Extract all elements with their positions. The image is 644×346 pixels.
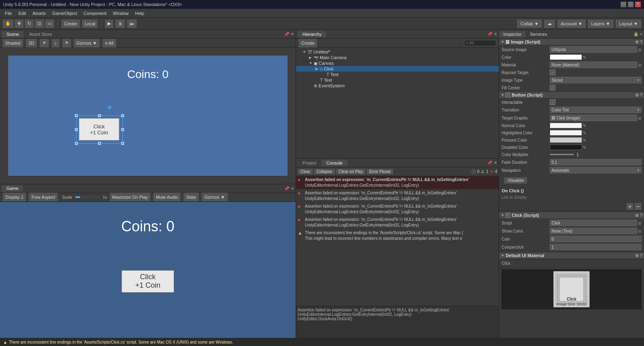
stats-btn[interactable]: Stats — [183, 193, 199, 202]
material-edit[interactable]: ◎ — [638, 63, 642, 67]
hier-item-eventsystem[interactable]: ⚙ EventSystem — [296, 83, 499, 89]
material-help-icon[interactable]: ? — [640, 253, 642, 258]
hier-arrow[interactable]: ▼ — [302, 50, 307, 54]
hier-item-text1[interactable]: T Text — [296, 72, 499, 77]
hier-arrow[interactable]: ▼ — [309, 61, 314, 65]
rotate-tool[interactable]: ↻ — [25, 19, 34, 28]
tab-hierarchy[interactable]: Hierarchy — [298, 31, 327, 37]
scene-panel-close[interactable]: ✕ — [291, 32, 294, 36]
menu-help[interactable]: Help — [132, 10, 147, 16]
handle-br[interactable] — [121, 142, 124, 145]
hierarchy-create-btn[interactable]: Create — [298, 39, 317, 47]
highlighted-color-swatch[interactable] — [550, 130, 582, 136]
display-dropdown[interactable]: Display 1 — [2, 193, 26, 202]
play-button[interactable]: ▶ — [105, 19, 114, 28]
source-image-field[interactable]: UISprite — [550, 46, 637, 53]
pressed-color-swatch[interactable] — [550, 137, 582, 143]
gizmos-dropdown[interactable]: Gizmos ▼ — [74, 39, 100, 47]
coin-field[interactable]: 0 — [550, 236, 642, 242]
handle-tl[interactable] — [75, 114, 78, 117]
source-image-edit[interactable]: ◎ — [638, 47, 642, 52]
handle-tr[interactable] — [121, 114, 124, 117]
audio-toggle[interactable]: ♪ — [52, 39, 60, 47]
raycast-checkbox[interactable]: ✓ — [550, 70, 555, 75]
disabled-color-swatch[interactable] — [550, 144, 582, 150]
disabled-edit[interactable]: ✎ — [583, 145, 586, 150]
step-button[interactable]: ⏭ — [127, 19, 137, 28]
game-panel-pin[interactable]: 📌 — [284, 186, 289, 191]
button-settings-icon[interactable]: ⚙ — [635, 93, 639, 97]
scale-slider[interactable] — [75, 196, 99, 198]
console-entry-1[interactable]: ● Assertion failed on expression: 'm_Cur… — [296, 189, 499, 203]
highlighted-edit[interactable]: ✎ — [583, 131, 586, 135]
hierarchy-search-input[interactable] — [464, 40, 496, 46]
target-graphic-field[interactable]: 🖼 Click (Image) — [550, 115, 637, 121]
click-settings-icon[interactable]: ⚙ — [635, 213, 639, 218]
fill-center-checkbox[interactable]: ✓ — [550, 85, 555, 91]
script-edit[interactable]: ◎ — [638, 221, 642, 225]
click-script-header[interactable]: ▼ ✓ Click (Script) ⚙ ? — [499, 212, 644, 219]
coinperclick-field[interactable]: 1 — [550, 244, 642, 250]
rect-tool[interactable]: ▭ — [45, 19, 54, 28]
maximize-btn[interactable]: □ — [628, 2, 634, 7]
hier-item-untitled[interactable]: ▼ 🎬 Untitled* — [296, 49, 499, 55]
menu-assets[interactable]: Assets — [29, 10, 49, 16]
menu-gameobject[interactable]: GameObject — [49, 10, 81, 16]
layers-button[interactable]: Layers ▼ — [588, 19, 614, 28]
tab-inspector[interactable]: Inspector — [499, 31, 526, 37]
fade-duration-field[interactable]: 0.1 — [550, 159, 642, 165]
console-pin[interactable]: 📌 — [487, 161, 492, 165]
pause-button[interactable]: ⏸ — [115, 19, 125, 28]
color-swatch[interactable] — [550, 54, 582, 60]
inspector-pin[interactable]: ≡ — [640, 32, 642, 36]
default-ui-material-header[interactable]: ▼ Default UI Material ⚙ ? — [499, 252, 644, 259]
handle-bm[interactable] — [98, 142, 101, 145]
button-help-icon[interactable]: ? — [640, 93, 642, 97]
target-graphic-edit[interactable]: ◎ — [638, 116, 642, 120]
lighting-toggle[interactable]: ☀ — [39, 39, 49, 47]
tab-game[interactable]: Game — [2, 185, 24, 192]
scene-canvas[interactable]: Coins: 0 Click +1 Coin — [0, 47, 296, 184]
maximize-on-play[interactable]: Maximize On Play — [110, 193, 151, 202]
pressed-edit[interactable]: ✎ — [583, 138, 586, 142]
image-type-dropdown[interactable]: Sliced ▼ — [550, 77, 642, 83]
mute-audio[interactable]: Mute Audio — [153, 193, 181, 202]
hand-tool[interactable]: ✋ — [2, 19, 14, 28]
transition-dropdown[interactable]: Color Tint ▼ — [550, 107, 642, 113]
show-coins-field[interactable]: None (Text) — [550, 228, 637, 234]
minimize-btn[interactable]: — — [621, 2, 626, 7]
collapse-btn[interactable]: Collapse — [314, 169, 335, 175]
button-enable-check[interactable]: ✓ — [505, 93, 510, 97]
console-entry-2[interactable]: ● Assertion failed on expression: 'm_Cur… — [296, 203, 499, 216]
tab-console[interactable]: Console — [321, 160, 348, 166]
handle-bl[interactable] — [75, 142, 78, 145]
layout-button[interactable]: Layout ▼ — [615, 19, 642, 28]
aspect-dropdown[interactable]: Free Aspect — [29, 193, 58, 202]
menu-component[interactable]: Component — [80, 10, 110, 16]
fx-toggle[interactable]: ✦ — [62, 39, 71, 47]
close-btn[interactable]: ✕ — [635, 2, 641, 7]
show-coins-edit[interactable]: ◎ — [638, 229, 642, 233]
image-script-header[interactable]: ▼ 🖼 Image (Script) ⚙ ? — [499, 39, 644, 45]
scale-tool[interactable]: ⊡ — [35, 19, 44, 28]
handle-mr[interactable] — [121, 128, 124, 131]
hier-arrow[interactable]: ▶ — [309, 56, 314, 60]
color-edit[interactable]: ✎ — [583, 55, 586, 60]
game-click-button[interactable]: Click +1 Coin — [122, 270, 174, 292]
scene-panel-pin[interactable]: 📌 — [284, 32, 289, 36]
hier-item-text2[interactable]: T Text — [296, 77, 499, 83]
local-toggle[interactable]: Local — [82, 19, 98, 28]
image-settings-icon[interactable]: ⚙ — [635, 40, 639, 44]
color-multiplier-slider[interactable] — [550, 154, 574, 155]
menu-window[interactable]: Window — [110, 10, 132, 16]
move-tool[interactable]: ✥ — [14, 19, 24, 28]
menu-file[interactable]: File — [2, 10, 15, 16]
hierarchy-panel-close[interactable]: ✕ — [494, 32, 497, 36]
scene-search[interactable]: ≡ All — [102, 39, 116, 47]
menu-edit[interactable]: Edit — [15, 10, 29, 16]
hier-item-maincamera[interactable]: ▶ 📷 Main Camera — [296, 55, 499, 60]
inspector-lock[interactable]: 🔒 — [634, 32, 638, 36]
clear-on-play-btn[interactable]: Clear on Play — [336, 169, 366, 175]
shaded-dropdown[interactable]: Shaded — [2, 39, 23, 47]
hier-arrow[interactable]: ▶ — [315, 67, 320, 71]
